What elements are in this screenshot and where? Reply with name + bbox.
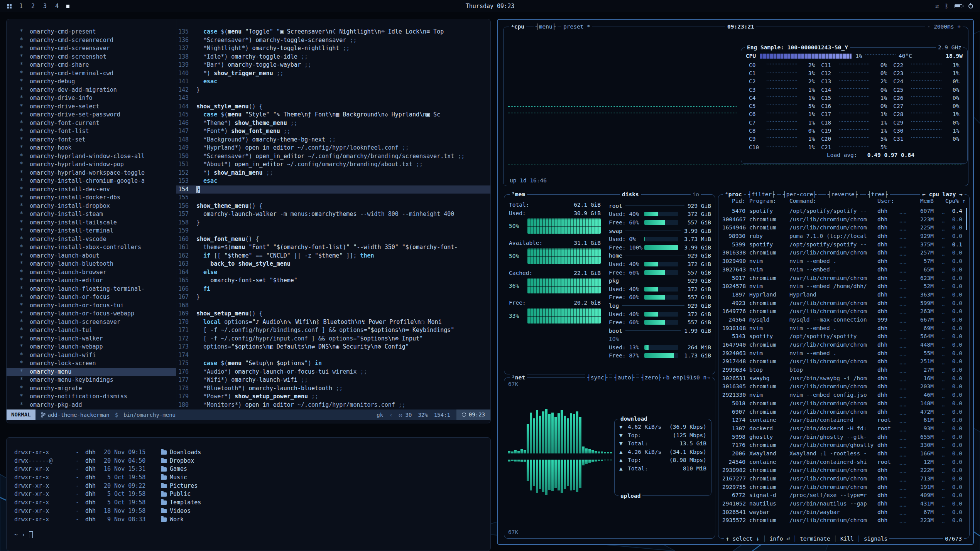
process-row[interactable]: 4923chromium/usr/lib/chromium/chromdhh59… bbox=[722, 299, 962, 308]
file-item[interactable]: *omarchy-launch-or-focus-webapp bbox=[7, 310, 176, 318]
power-icon[interactable] bbox=[968, 4, 973, 8]
process-row[interactable]: 2917448chromium/usr/lib/chromium/chromdh… bbox=[722, 357, 962, 366]
process-row[interactable]: 98930rubypuma 7.1.0 (tcp://localdhh929M0… bbox=[722, 232, 962, 241]
process-row[interactable]: 5017chromium/usr/lib/chromium/chromdhh62… bbox=[722, 274, 962, 283]
file-item[interactable]: *omarchy-launch-or-focus-tui bbox=[7, 302, 176, 310]
process-row[interactable]: 24540containe/usr/bin/containerd-shiroot… bbox=[722, 458, 962, 467]
process-row[interactable]: 2930982chromium/usr/lib/chromium/chromdh… bbox=[722, 466, 962, 475]
reverse-tab[interactable]: ┤reverse├ bbox=[826, 191, 860, 198]
preset-tab[interactable]: preset * bbox=[561, 23, 592, 30]
sort-selector[interactable]: ← cpu lazy → bbox=[920, 191, 965, 198]
proc-footer-action[interactable]: info ⏎ bbox=[770, 536, 790, 542]
process-row[interactable]: 5998ghostty/usr/bin/ghostty --gtk-dhh655… bbox=[722, 433, 962, 441]
file-item[interactable]: *omarchy-font-current bbox=[7, 119, 176, 128]
process-row[interactable]: 1654946chromium/usr/lib/chromium/chromdh… bbox=[722, 224, 962, 232]
code-editor[interactable]: 135 case $(menu "Toggle" "▣ Screensaver\… bbox=[176, 19, 490, 409]
file-item[interactable]: *omarchy-launch-editor bbox=[7, 276, 176, 285]
menu-tab[interactable]: ┤menu├ bbox=[534, 23, 558, 30]
process-row[interactable]: 1649776chromium/usr/lib/chromium/chromdh… bbox=[722, 307, 962, 316]
file-item[interactable]: *omarchy-launch-or-focus bbox=[7, 293, 176, 302]
file-item[interactable]: *omarchy-launch-screensaver bbox=[7, 318, 176, 327]
process-row[interactable]: 5343spotify/opt/spotify/spotifydhh564M0.… bbox=[722, 332, 962, 341]
process-row[interactable]: 3026531swaybg/usr/bin/swaybg -i /homdhh1… bbox=[722, 374, 962, 383]
file-item[interactable]: *omarchy-install-chromium-google-a bbox=[7, 177, 176, 185]
proc-footer-action[interactable]: signals bbox=[864, 536, 887, 542]
file-item[interactable]: *omarchy-launch-bluetooth bbox=[7, 260, 176, 268]
file-item[interactable]: *omarchy-install-dev-env bbox=[7, 185, 176, 194]
disks-tab[interactable]: disks bbox=[620, 191, 641, 198]
process-row[interactable]: 1274containe/usr/bin/containerdroot61M0.… bbox=[722, 416, 962, 425]
interface-selector[interactable]: ←b enp191s0 n→ bbox=[661, 374, 712, 381]
process-row[interactable]: 3027643nvimnvim --embed .dhh65M0.0 bbox=[722, 266, 962, 274]
file-item[interactable]: *omarchy-notification-dismiss bbox=[7, 393, 176, 401]
program-column-header[interactable]: Program: bbox=[749, 198, 789, 204]
file-item[interactable]: *omarchy-launch-walker bbox=[7, 335, 176, 343]
process-row[interactable]: 2999634btopbtopdhh27M0.0 bbox=[722, 366, 962, 374]
file-item[interactable]: *omarchy-launch-wifi bbox=[7, 351, 176, 360]
process-row[interactable]: 5470spotify/opt/spotify/spotify --dhh607… bbox=[722, 207, 962, 216]
shell-prompt[interactable]: ~ › bbox=[14, 531, 33, 538]
file-item[interactable]: *omarchy-launch-webapp bbox=[7, 343, 176, 351]
per-core-tab[interactable]: ┤per-core├ bbox=[781, 191, 818, 198]
refresh-interval[interactable]: - 2000ms + bbox=[925, 23, 963, 30]
file-item[interactable]: *omarchy-launch-floating-terminal- bbox=[7, 285, 176, 293]
process-row[interactable]: 3026541waybar/usr/bin/waybardhh67M0.0 bbox=[722, 508, 962, 517]
process-row[interactable]: 5018chromium/usr/lib/chromium/chromdhh14… bbox=[722, 399, 962, 408]
file-item[interactable]: *omarchy-menu-keybindings bbox=[7, 376, 176, 384]
file-item[interactable]: *omarchy-menu bbox=[7, 368, 176, 376]
process-row[interactable]: 6907chromium/usr/lib/chromium/chromdhh47… bbox=[722, 408, 962, 416]
bluetooth-icon[interactable]: ᛒ bbox=[945, 3, 948, 10]
process-row[interactable]: 3016338chromium/usr/lib/chromium/chromdh… bbox=[722, 249, 962, 257]
process-row[interactable]: 2924063nvimnvim --embed .dhh55M0.0 bbox=[722, 349, 962, 358]
sync-tab[interactable]: ┤sync├ bbox=[585, 374, 609, 381]
file-item[interactable]: *omarchy-cmd-present bbox=[7, 28, 176, 36]
process-row[interactable]: 2006XwaylandXwayland :1 -rootless -dhh16… bbox=[722, 450, 962, 458]
process-row[interactable]: 1307dockerd/usr/bin/dockerd -H fd:root93… bbox=[722, 425, 962, 433]
proc-footer-action[interactable]: Kill bbox=[840, 536, 854, 542]
file-item[interactable]: *omarchy-install-tailscale bbox=[7, 219, 176, 227]
proc-footer-action[interactable]: ↑ select ↓ bbox=[726, 536, 759, 542]
file-item[interactable]: *omarchy-hyprland-workspace-toggle bbox=[7, 169, 176, 177]
process-row[interactable]: 7176chromium/usr/lib/chromium/ghostty --… bbox=[722, 441, 962, 450]
file-item[interactable]: *omarchy-lock-screen bbox=[7, 359, 176, 368]
git-branch[interactable]: add-theme-hackerman bbox=[41, 412, 110, 418]
file-item[interactable]: *omarchy-install-docker-dbs bbox=[7, 194, 176, 202]
cpu-column-header[interactable]: Cpu% ↑ bbox=[945, 198, 962, 204]
file-item[interactable]: *omarchy-install-terminal bbox=[7, 227, 176, 235]
process-row[interactable]: 2935572chromium/usr/lib/chromium/chromdh… bbox=[722, 516, 962, 525]
process-row[interactable]: 1930108nvimnvim --embed .dhh69M0.0 bbox=[722, 324, 962, 333]
file-item[interactable]: *omarchy-install-steam bbox=[7, 210, 176, 219]
file-item[interactable]: *omarchy-font-list bbox=[7, 127, 176, 136]
zero-tab[interactable]: ┤zero├ bbox=[639, 374, 663, 381]
process-row[interactable]: 2167277chromium/usr/lib/chromium/chromdh… bbox=[722, 475, 962, 483]
file-item[interactable]: *omarchy-cmd-screenrecord bbox=[7, 36, 176, 45]
file-item[interactable]: *omarchy-launch-browser bbox=[7, 268, 176, 277]
memory-column-header[interactable]: MemB bbox=[913, 198, 934, 204]
filter-tab[interactable]: ┤filter├ bbox=[746, 191, 777, 198]
terminal-window[interactable]: drwxr-xr-x-dhh20 Nov 09:15Downloadsdrwx-… bbox=[6, 437, 491, 551]
file-item[interactable]: *omarchy-install-xbox-controllers bbox=[7, 243, 176, 252]
process-row[interactable]: 1647940chromium/usr/lib/chromium/chromdh… bbox=[722, 341, 962, 349]
process-row[interactable]: 2941052nautilus/usr/bin/nautilus --gapdh… bbox=[722, 500, 962, 508]
process-row[interactable]: 2921330nvimnvim --embed config.jsodhh46M… bbox=[722, 391, 962, 399]
file-item[interactable]: *omarchy-cmd-terminal-cwd bbox=[7, 69, 176, 78]
process-row[interactable]: 6772signal-d/proc/self/exe --type=rdhh40… bbox=[722, 491, 962, 500]
command-column-header[interactable]: Command: bbox=[789, 198, 877, 204]
auto-tab[interactable]: ┤auto├ bbox=[612, 374, 636, 381]
process-row[interactable]: 24564mysqldmysqld --max-connection999667… bbox=[722, 316, 962, 324]
file-item[interactable]: *omarchy-cmd-screensaver bbox=[7, 44, 176, 53]
file-item[interactable]: *omarchy-debug bbox=[7, 78, 176, 86]
process-row[interactable]: 3016305chromium/usr/lib/chromium/chromdh… bbox=[722, 382, 962, 391]
file-item[interactable]: *omarchy-cmd-screenshot bbox=[7, 53, 176, 61]
file-item[interactable]: *omarchy-install-dropbox bbox=[7, 202, 176, 211]
file-item[interactable]: *omarchy-cmd-share bbox=[7, 61, 176, 69]
file-item[interactable]: *omarchy-font-set bbox=[7, 136, 176, 144]
file-item[interactable]: *omarchy-drive-select bbox=[7, 103, 176, 111]
file-item[interactable]: *omarchy-launch-tui bbox=[7, 326, 176, 335]
file-item[interactable]: *omarchy-dev-add-migration bbox=[7, 86, 176, 94]
io-tab[interactable]: io bbox=[691, 191, 701, 198]
process-row[interactable]: 5399spotify/opt/spotify/spotify --dhh375… bbox=[722, 241, 962, 249]
file-item[interactable]: *omarchy-pkg-add bbox=[7, 401, 176, 409]
file-item[interactable]: *omarchy-migrate bbox=[7, 384, 176, 393]
pid-column-header[interactable]: Pid: bbox=[722, 198, 749, 204]
